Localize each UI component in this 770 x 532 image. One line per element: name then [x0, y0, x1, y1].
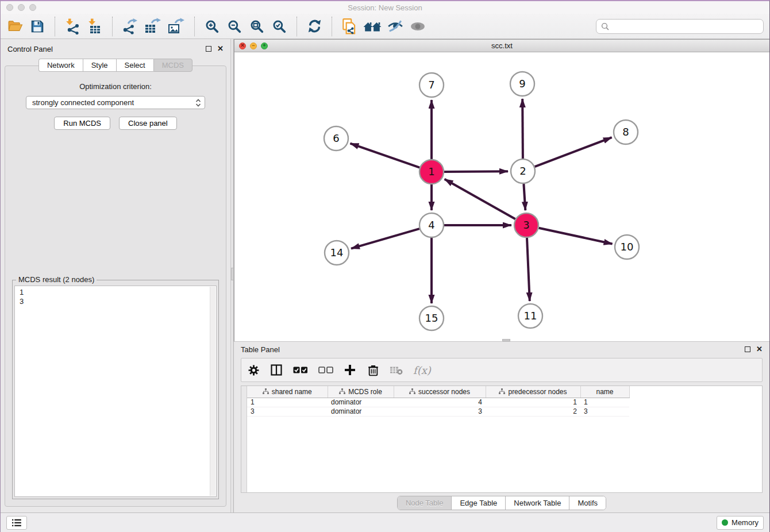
search-input[interactable] — [612, 22, 759, 30]
task-history-button[interactable] — [6, 516, 27, 530]
edge-3-11[interactable] — [527, 238, 530, 301]
import-table-icon[interactable] — [86, 17, 103, 36]
import-network-icon[interactable] — [64, 17, 81, 36]
result-item[interactable]: 3 — [20, 297, 211, 306]
memory-button[interactable]: Memory — [717, 516, 764, 530]
toolbar-separator — [55, 17, 55, 36]
svg-text:4: 4 — [428, 219, 434, 231]
node-6[interactable]: 6 — [324, 126, 348, 151]
apply-function-icon: f(x) — [413, 363, 431, 377]
node-10[interactable]: 10 — [615, 235, 639, 259]
run-mcds-button[interactable]: Run MCDS — [54, 117, 110, 130]
edge-3-10[interactable] — [539, 228, 613, 244]
settings-gear-icon[interactable] — [247, 363, 260, 377]
network-minimize-button[interactable]: − — [250, 43, 257, 49]
export-network-icon[interactable] — [121, 17, 138, 36]
table-row[interactable]: 3dominator323 — [247, 407, 629, 416]
status-bar: Memory — [1, 512, 769, 532]
search-icon — [601, 22, 609, 30]
network-close-button[interactable]: ✕ — [239, 43, 246, 49]
table-row[interactable]: 1dominator411 — [247, 398, 629, 407]
result-scrollbar[interactable] — [210, 287, 215, 496]
result-item[interactable]: 1 — [20, 288, 211, 297]
close-table-panel-icon[interactable]: ✕ — [756, 346, 763, 352]
tab-node-table[interactable]: Node Table — [398, 496, 452, 510]
column-header-successor-nodes[interactable]: successor nodes — [394, 386, 486, 398]
node-7[interactable]: 7 — [419, 73, 444, 97]
close-panel-button[interactable]: Close panel — [119, 117, 177, 130]
select-all-icon[interactable] — [293, 363, 308, 377]
tab-mcds[interactable]: MCDS — [153, 59, 192, 72]
svg-text:10: 10 — [621, 241, 634, 253]
network-canvas[interactable]: 7968124314101511 — [234, 52, 769, 341]
svg-text:2: 2 — [519, 165, 526, 177]
search-box[interactable] — [596, 19, 764, 34]
zoom-in-icon[interactable] — [203, 17, 221, 36]
refresh-icon[interactable] — [306, 17, 323, 36]
node-14[interactable]: 14 — [325, 241, 349, 265]
zoom-out-icon[interactable] — [226, 17, 243, 36]
node-11[interactable]: 11 — [518, 304, 542, 328]
toggle-panes-icon[interactable] — [270, 363, 283, 377]
first-neighbors-icon[interactable] — [363, 17, 382, 36]
column-header-name[interactable]: name — [580, 386, 629, 398]
svg-text:9: 9 — [519, 78, 525, 90]
edge-1-2[interactable] — [444, 171, 508, 172]
column-header-predecessor-nodes[interactable]: predecessor nodes — [486, 386, 580, 398]
tab-network-table[interactable]: Network Table — [506, 496, 569, 510]
criterion-dropdown[interactable]: strongly connected component — [26, 96, 205, 109]
node-1[interactable]: 1 — [419, 160, 444, 184]
deselect-all-icon[interactable] — [318, 363, 333, 377]
node-8[interactable]: 8 — [614, 120, 638, 144]
node-4[interactable]: 4 — [419, 213, 444, 237]
zoom-selected-icon[interactable] — [271, 17, 288, 36]
edge-4-14[interactable] — [351, 229, 419, 249]
float-panel-icon[interactable] — [206, 46, 211, 52]
tab-motifs[interactable]: Motifs — [569, 496, 606, 510]
hide-selected-icon[interactable] — [387, 17, 404, 36]
mcds-result-title: MCDS result (2 nodes) — [16, 275, 97, 284]
svg-text:15: 15 — [425, 312, 438, 324]
title-bar: Session: New Session — [1, 1, 769, 14]
delete-table-icon — [390, 363, 403, 377]
edge-2-3[interactable] — [523, 184, 525, 210]
svg-text:3: 3 — [523, 219, 529, 231]
svg-text:11: 11 — [524, 310, 537, 322]
export-image-icon[interactable] — [167, 17, 186, 36]
table-row-gutter — [241, 386, 247, 492]
toolbar-separator — [112, 17, 113, 36]
node-table: shared nameMCDS rolesuccessor nodesprede… — [241, 385, 763, 493]
column-header-MCDS-role[interactable]: MCDS role — [328, 386, 394, 398]
delete-column-icon[interactable] — [367, 363, 379, 377]
control-panel-title: Control Panel — [7, 45, 206, 53]
node-3[interactable]: 3 — [514, 213, 538, 237]
zoom-fit-icon[interactable] — [248, 17, 265, 36]
close-panel-icon[interactable]: ✕ — [217, 46, 224, 52]
mcds-result-list[interactable]: 13 — [14, 286, 217, 497]
save-session-icon[interactable] — [29, 17, 46, 36]
network-zoom-button[interactable]: + — [261, 43, 268, 49]
network-resize-handle[interactable] — [502, 339, 510, 341]
clone-network-icon[interactable] — [341, 17, 358, 36]
mcds-result-groupbox: MCDS result (2 nodes) 13 — [12, 280, 219, 499]
svg-text:8: 8 — [622, 126, 629, 138]
float-table-panel-icon[interactable] — [745, 346, 750, 352]
tab-edge-table[interactable]: Edge Table — [452, 496, 506, 510]
column-header-shared-name[interactable]: shared name — [247, 386, 328, 398]
table-panel-header: Table Panel ✕ — [234, 342, 769, 357]
edge-2-9[interactable] — [522, 99, 523, 159]
tab-network[interactable]: Network — [38, 59, 83, 72]
memory-status-dot — [722, 519, 728, 526]
application-window: Session: New Session — [0, 0, 770, 532]
edge-3-1[interactable] — [445, 179, 515, 219]
tab-style[interactable]: Style — [83, 59, 116, 72]
node-2[interactable]: 2 — [511, 159, 535, 183]
node-9[interactable]: 9 — [510, 72, 534, 96]
edge-2-8[interactable] — [535, 137, 612, 167]
export-table-icon[interactable] — [144, 17, 162, 36]
open-file-icon[interactable] — [6, 17, 24, 36]
node-15[interactable]: 15 — [419, 306, 444, 330]
add-column-icon[interactable] — [344, 363, 356, 377]
edge-1-6[interactable] — [351, 144, 420, 168]
tab-select[interactable]: Select — [116, 59, 153, 72]
